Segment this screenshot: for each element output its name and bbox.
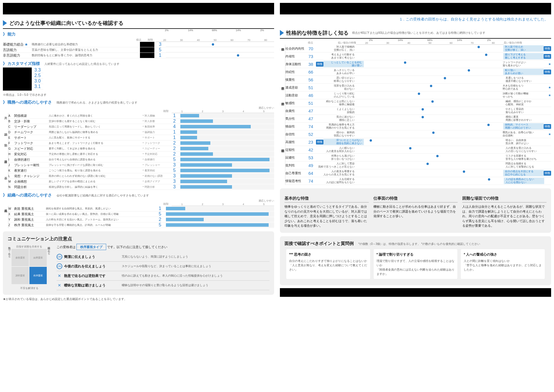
comm-title: コミュニケーション上の注意点	[8, 236, 269, 242]
stage-label: 段階	[160, 202, 172, 206]
comm-tip: OK 簡潔に伝えましょう 冗長にならないよう、簡潔に話すようにしましょう	[57, 252, 269, 262]
group-label: 課題遂行	[3, 157, 8, 173]
trait-row: 慎重性 56 思い切りがよい軽率になりやすい 見通しをつける優柔不断になりやすい	[285, 76, 551, 84]
star-icon: ★	[548, 62, 551, 66]
trait-high: やさしく受容的落ち込みやすい	[504, 108, 544, 114]
interview-question-box: * 人への警戒心の強さ 人との間に距離を置く傾向はないか「苦手な人と物事を進めた…	[461, 249, 545, 279]
question-title: * 論理で割り切りすぎる	[377, 252, 455, 257]
trait-row: 達成意欲 51 現実を受け入れる欲がない 大きな目標をもつ野心的である ★	[285, 84, 551, 91]
customize-score: 3.0	[32, 78, 43, 84]
redacted-score	[140, 47, 154, 52]
trait-score: 47	[306, 108, 316, 113]
group-label: 活動	[3, 140, 8, 157]
score-label: 得点	[133, 38, 145, 42]
feature-badge: 特徴	[316, 140, 323, 145]
trait-row: 批判性 49 人に対して寛容気軽で言うべきことが言えない 問題点を指摘する人に対…	[285, 162, 551, 169]
redacted-score	[140, 42, 154, 47]
trait-dot	[409, 147, 411, 149]
interview-title: 面接で確認すべきポイントと質問例 *の個数（0～3個）は、特徴の強度を示します。…	[285, 241, 546, 246]
trait-low: 細かなことは気にしない物事に無頓着	[316, 100, 356, 106]
trait-row: 身体活動性 38 特徴 じっとしていることを好む腰が重い フットワークがよい落ち…	[285, 60, 551, 68]
stage-value: 3	[154, 42, 166, 47]
feature-badge: 特徴	[544, 46, 551, 51]
jobadapt-row: H 変化対応 予定外の事態に対し柔軟に素早く対応する * 予定外対応 2	[8, 151, 274, 157]
ability-axis: 20304050607080	[156, 39, 274, 42]
trait-high: フットワークがよい落ち着きがない	[501, 61, 541, 67]
trait-high: 掘り下げて考える難しく考えすぎる	[503, 53, 544, 59]
trait-score: 66	[306, 70, 316, 74]
quad-cell: 調和重視	[12, 267, 29, 284]
trait-low: くよくよしない楽観的	[316, 108, 356, 114]
trait-dot	[478, 46, 480, 48]
interview-box: 面接で確認すべきポイントと質問例 *の個数（0～3個）は、特徴の強度を示します。…	[280, 236, 551, 285]
trait-high: 人の話を鵜呑みにしない人に心を開かない	[504, 178, 544, 184]
trait-high: 見通しをつける優柔不断になりやすい	[504, 76, 544, 83]
trait-score: 52	[306, 132, 316, 137]
trait-low: 気分に波がない感情に乏しい	[316, 115, 356, 122]
trait-group-label: 意欲的側面	[280, 84, 285, 99]
comm-tip: OK 今後の流れを伝えましょう スケジュールや段取りなど、決まっていることは事前…	[57, 262, 269, 271]
jobadapt-row: G スピード対応 素早く判断し、てきぱきと物事を進める * スピーディー 2	[8, 146, 274, 151]
question-text: 人との間に距離を置く傾向はないか「苦手な人と物事を進めた経験はありますか。どう対…	[464, 259, 542, 272]
trait-score: 51	[306, 85, 316, 90]
ability-row: 言語能力 言葉の意味を理解し、文章や話の要旨をとらえる力 5	[3, 47, 274, 53]
trait-score: 51	[306, 101, 316, 106]
star-icon: ★	[548, 93, 551, 97]
jobadapt-axis: 12345	[172, 110, 274, 113]
redacted-customize	[3, 67, 32, 91]
trait-row: 自己尊重性 64 人の意見を尊重する人からの見え方を気にする 自分の視点を大切に…	[285, 169, 551, 177]
feature-text: 物事をゆっくりと進めていこうとするタイプである。自分なりのものの見方や考えを大切…	[285, 204, 369, 228]
feature-badge: 特徴	[544, 54, 551, 59]
ng-icon: ✕	[57, 282, 62, 288]
feature-badge: 特徴	[316, 62, 323, 67]
trait-low: 思い切りがよい軽率になりやすい	[316, 76, 356, 83]
star-icon: ★	[548, 86, 551, 89]
feature-column: 困難な場面での特徴 人は人自分は自分と考えるところがあるが、困難な状況では、自力…	[462, 196, 546, 228]
feature-badge: 特徴	[544, 70, 551, 74]
star-icon: ★	[548, 132, 551, 136]
feature-title: 基本的な特徴	[285, 196, 369, 202]
feature-text: 機敏に動き回ることが求められる仕事はあまり好まず、自分のペースで着実に課題を進め…	[373, 204, 458, 219]
trait-high: 自分の視点を大切にする自己中心的になる	[503, 170, 544, 176]
trait-dot	[436, 155, 439, 157]
trait-row: 自信性 52 穏やか、親和的弱気になりやすい 覇気がある、自尊心が強い自信過剰 …	[285, 130, 551, 138]
trait-low: 人を信頼する人の話に疑問をもたない	[316, 178, 356, 184]
trait-low: 何事からも逃げない折り合いをつけない	[316, 154, 356, 161]
quad-cell: 結果重視	[29, 249, 47, 266]
trait-low: 対人面で積極的交際が広く、浅い	[316, 45, 356, 52]
trait-low: 現実を受け入れる欲がない	[316, 84, 356, 91]
jobadapt-row: N 問題分析 複雑な課題を分析し、論理的に結論を導く * 問題分析 3	[8, 184, 274, 190]
communication-box: コミュニケーション上の注意点 目指す状態を共有する 不安を解消する 気持ちで伝え…	[3, 231, 274, 295]
trait-dot	[370, 139, 372, 142]
trait-dot	[485, 54, 487, 56]
jobadapt-row: E サポート 人に気を配り、親身にサポートする * サポート 1	[8, 135, 274, 140]
trait-axis: 20304050607080	[356, 42, 504, 45]
trait-score: 47	[306, 116, 316, 121]
redacted-header-right	[280, 3, 551, 14]
trait-low: あっさりしているあきらめが早い	[316, 69, 356, 75]
jobadapt-row: C リーダーシップ 先頭に立って周囲をリードし、動かしていく * 集団統率 4	[8, 124, 274, 130]
legend: 適応しやすい	[172, 199, 274, 203]
trait-row: 回避性 53 何事からも逃げない折り合いをつけない リスクを回避する苦手な人や物…	[285, 154, 551, 162]
trait-high: 個性的、マイペース周囲への関心がうすい	[503, 123, 544, 130]
orgadapt-row: Z 秩序 重視風土 規律を守る手堅く機能的な風土。計画的、ルールが明確 5	[8, 222, 274, 228]
trait-dot	[487, 124, 490, 126]
trait-low: 人の意見を尊重する人からの見え方を気にする	[316, 170, 356, 176]
trait-row: 社会的内向性 70 対人面で積極的交際が広く、浅い 対人面で控えめ交際が狭く、深…	[285, 45, 551, 52]
trait-score: 73	[306, 54, 316, 59]
trait-high: リスクを回避する苦手な人や物事を避けがち	[504, 154, 544, 161]
trait-row: 懐疑思考性 74 人を信頼する人の話に疑問をもたない 人の話を鵜呑みにしない人に…	[285, 177, 551, 185]
trait-high: 人の意見を受け入れる人の言いなりになりやすい	[504, 147, 544, 153]
jobadapt-row: A 関係構築 人に働きかけ、多くの人と関係を築く * 対人接触 1	[8, 113, 274, 119]
trait-score: 46	[306, 93, 316, 98]
feature-title: 困難な場面での特徴	[462, 196, 546, 202]
jobadapt-row: B 交渉・折衝 交渉や折衝にも臆することなく取り組む * 対人折衝 2	[8, 119, 274, 124]
right-page: 1．この受検者の回答からは、自分をよく見せようとする傾向は検出されませんでした。…	[280, 3, 551, 301]
ability-row: 非言語能力 数的情報をもとに解を導く力や、論理的思考力 1	[3, 53, 274, 58]
trait-dist: 2%14%68%14%2%	[356, 39, 504, 42]
group-label: 協調	[3, 130, 8, 140]
jobadapt-row: K 着実遂行 こつこつ努力を重ね、粘り強く課題を進める * 着実持続 5	[8, 168, 274, 173]
trait-low: 穏やか、親和的弱気になりやすい	[316, 131, 356, 137]
trait-low: 人に対して寛容気軽で言うべきことが言えない	[316, 162, 356, 168]
trait-dot	[432, 132, 435, 134]
